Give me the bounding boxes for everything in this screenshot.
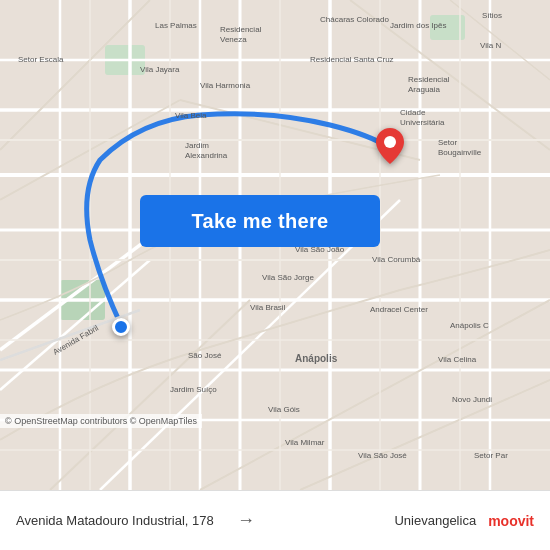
svg-text:Setor: Setor [438, 138, 457, 147]
svg-text:Jardim dos Ipês: Jardim dos Ipês [390, 21, 446, 30]
svg-text:Jardim: Jardim [185, 141, 209, 150]
svg-text:Jardim Suíço: Jardim Suíço [170, 385, 217, 394]
arrow-icon: → [237, 510, 255, 531]
svg-text:Araguaia: Araguaia [408, 85, 441, 94]
svg-text:Vila Bela: Vila Bela [175, 111, 207, 120]
moovit-logo-text: moovit [488, 514, 534, 528]
svg-text:Anápolis: Anápolis [295, 353, 338, 364]
svg-text:Veneza: Veneza [220, 35, 247, 44]
take-me-there-button[interactable]: Take me there [140, 195, 380, 247]
svg-text:Sítios: Sítios [482, 11, 502, 20]
svg-text:Vila Góis: Vila Góis [268, 405, 300, 414]
svg-text:Vila Harmonia: Vila Harmonia [200, 81, 251, 90]
svg-text:São José: São José [188, 351, 222, 360]
svg-text:Vila Brasil: Vila Brasil [250, 303, 286, 312]
svg-point-76 [384, 136, 396, 148]
svg-text:Residencial Santa Cruz: Residencial Santa Cruz [310, 55, 394, 64]
svg-text:Residencial: Residencial [220, 25, 262, 34]
svg-text:Chácaras Colorado: Chácaras Colorado [320, 15, 389, 24]
destination-label: Unievangelica [267, 513, 476, 528]
svg-text:Las Palmas: Las Palmas [155, 21, 197, 30]
svg-text:Vila Corumbá: Vila Corumbá [372, 255, 421, 264]
footer-bar: Avenida Matadouro Industrial, 178 → Unie… [0, 490, 550, 550]
svg-text:Novo Jundi: Novo Jundi [452, 395, 492, 404]
map-attribution: © OpenStreetMap contributors © OpenMapTi… [0, 414, 202, 428]
svg-text:Andracel Center: Andracel Center [370, 305, 428, 314]
svg-text:Vila Jayara: Vila Jayara [140, 65, 180, 74]
svg-text:Setor Par: Setor Par [474, 451, 508, 460]
origin-label: Avenida Matadouro Industrial, 178 [16, 513, 225, 528]
svg-text:Vila Milmar: Vila Milmar [285, 438, 325, 447]
svg-text:Alexandrina: Alexandrina [185, 151, 228, 160]
svg-text:Cidade: Cidade [400, 108, 426, 117]
svg-text:Setor Escala: Setor Escala [18, 55, 64, 64]
svg-text:Anápolis C: Anápolis C [450, 321, 489, 330]
map-container: Las Palmas Residencial Veneza Chácaras C… [0, 0, 550, 490]
svg-text:Vila Celina: Vila Celina [438, 355, 477, 364]
moovit-logo: moovit [488, 514, 534, 528]
destination-pin [376, 128, 404, 168]
svg-text:Residencial: Residencial [408, 75, 450, 84]
svg-text:Vila N: Vila N [480, 41, 501, 50]
current-location-dot [112, 318, 130, 336]
svg-text:Bougainville: Bougainville [438, 148, 482, 157]
svg-text:Vila São Jorge: Vila São Jorge [262, 273, 314, 282]
svg-text:Universitária: Universitária [400, 118, 445, 127]
svg-text:Vila São José: Vila São José [358, 451, 407, 460]
